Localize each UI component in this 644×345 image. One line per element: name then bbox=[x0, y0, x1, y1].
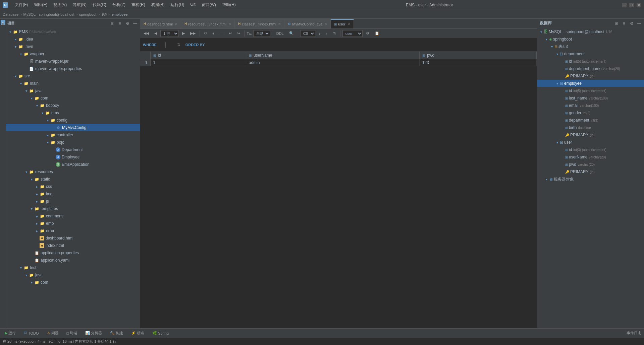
db-tree-emp-dept[interactable]: ⊞ department int(3) bbox=[537, 117, 644, 124]
build-btn[interactable]: 🔨 构建 bbox=[108, 330, 125, 336]
tree-test-java[interactable]: ▾ 📁 java bbox=[6, 271, 140, 279]
db-tree-dept-table[interactable]: ▾ ⊟ department bbox=[537, 50, 644, 58]
tree-ems-pkg[interactable]: ▾ 📁 ems bbox=[6, 109, 140, 117]
breadcrumb-table[interactable]: employee bbox=[112, 12, 128, 16]
profiler-btn[interactable]: 📊 分析器 bbox=[83, 330, 104, 336]
tree-emsapplication[interactable]: S EmsApplication bbox=[6, 161, 140, 168]
copy-btn[interactable]: 📋 bbox=[373, 30, 381, 37]
tree-index-html[interactable]: H index.html bbox=[6, 242, 140, 249]
db-tree-user-id[interactable]: ⊞ id int(3) (auto increment) bbox=[537, 146, 644, 153]
db-tree-user-pwd[interactable]: ⊞ pwd varchar(20) bbox=[537, 161, 644, 168]
tree-ems[interactable]: ▾ 📁 EMS F:\JAVA\JavaWeb... bbox=[6, 28, 140, 36]
transfer-btn[interactable]: ⇅ bbox=[331, 30, 338, 37]
breadcrumb-database[interactable]: Database bbox=[3, 12, 18, 16]
table-select[interactable]: user bbox=[342, 30, 363, 37]
menu-refactor[interactable]: 重构(R) bbox=[130, 1, 147, 8]
db-tree-user-table[interactable]: ▾ ⊟ user bbox=[537, 139, 644, 146]
tree-app-props[interactable]: 📋 application.properties bbox=[6, 249, 140, 257]
tree-maven-props[interactable]: 📄 maven-wrapper.properties bbox=[6, 65, 140, 72]
menu-edit[interactable]: 编辑(E) bbox=[33, 1, 49, 8]
nav-first-btn[interactable]: ◀◀ bbox=[142, 30, 151, 37]
db-tree-emp-pk[interactable]: 🔑 PRIMARY (id) bbox=[537, 131, 644, 139]
tab-user[interactable]: ⊞ user ✕ bbox=[331, 19, 354, 28]
menu-run[interactable]: 运行(U) bbox=[169, 1, 186, 8]
nav-next-btn[interactable]: ▶ bbox=[180, 30, 187, 37]
cell-id[interactable]: 1 bbox=[150, 59, 246, 66]
tree-idea[interactable]: ▸ 📁 .idea bbox=[6, 36, 140, 43]
row-count-select[interactable]: 1 行 bbox=[160, 30, 179, 37]
tree-bobooy[interactable]: ▾ 📁 bobooy bbox=[6, 102, 140, 109]
menu-build[interactable]: 构建(B) bbox=[150, 1, 166, 8]
delete-row-btn[interactable]: — bbox=[218, 30, 225, 37]
tree-employee[interactable]: J Employee bbox=[6, 153, 140, 161]
db-tree-connection[interactable]: ▾ 🗄 MySQL - springboot@localhost 1/16 bbox=[537, 28, 644, 36]
menu-help[interactable]: 帮助(H) bbox=[221, 1, 237, 8]
tree-java[interactable]: ▾ 📁 java bbox=[6, 87, 140, 94]
db-tree-user-username[interactable]: ⊞ userName varchar(20) bbox=[537, 153, 644, 161]
breadcrumb-tables[interactable]: 表s bbox=[101, 12, 107, 17]
tree-img[interactable]: ▸ 📁 img bbox=[6, 190, 140, 198]
tree-app-yaml[interactable]: 📋 application.yaml bbox=[6, 257, 140, 264]
menu-analyze[interactable]: 分析(Z) bbox=[111, 1, 127, 8]
db-add-btn[interactable]: ⊞ bbox=[613, 20, 620, 27]
menu-navigate[interactable]: 导航(N) bbox=[71, 1, 88, 8]
spring-btn[interactable]: 🌿 Spring bbox=[150, 330, 171, 336]
cell-pwd[interactable]: 123 bbox=[419, 59, 536, 66]
breadcrumb-connection[interactable]: MySQL - springboot@localhost bbox=[23, 12, 74, 16]
tree-js[interactable]: ▸ 📁 js bbox=[6, 198, 140, 205]
tx-mode-select[interactable]: 自动 bbox=[253, 30, 270, 37]
add-row-btn[interactable]: + bbox=[210, 30, 216, 37]
tree-department[interactable]: J Department bbox=[6, 146, 140, 153]
run-btn[interactable]: ▶ 运行 bbox=[3, 330, 18, 336]
sidebar-settings-btn[interactable]: ⚙ bbox=[124, 20, 131, 27]
breakpoints-btn[interactable]: ⚡ 断点 bbox=[129, 330, 146, 336]
revert-btn[interactable]: ↩ bbox=[227, 30, 234, 37]
db-tree-emp-id[interactable]: ⊞ id int(5) (auto increment) bbox=[537, 87, 644, 94]
db-tree-emp-gender[interactable]: ⊞ gender int(2) bbox=[537, 109, 644, 117]
tab-mymvcconfig[interactable]: ⚙ MyMvcConfig.java ✕ bbox=[284, 19, 331, 28]
col-header-id[interactable]: ⊞ id ÷ bbox=[150, 52, 246, 59]
breadcrumb-schema[interactable]: springboot bbox=[79, 12, 96, 16]
tree-config[interactable]: ▾ 📁 config bbox=[6, 117, 140, 124]
tree-error[interactable]: ▸ 📁 error bbox=[6, 227, 140, 234]
tab-close-btn[interactable]: ✕ bbox=[175, 22, 177, 26]
export-select[interactable]: CSV bbox=[300, 30, 315, 37]
tree-commons[interactable]: ▸ 📁 commons bbox=[6, 212, 140, 220]
tree-com[interactable]: ▾ 📁 com bbox=[6, 94, 140, 102]
col-header-username[interactable]: ⊞ userName ÷ bbox=[246, 52, 419, 59]
db-tree-dept-name[interactable]: ⊞ department_name varchar(20) bbox=[537, 65, 644, 72]
db-tree-dept-id[interactable]: ⊞ id int(5) (auto increment) bbox=[537, 58, 644, 65]
db-tree-emp-lastname[interactable]: ⊞ last_name varchar(100) bbox=[537, 94, 644, 102]
nav-prev-btn[interactable]: ◀ bbox=[152, 30, 159, 37]
close-button[interactable]: ✕ bbox=[637, 3, 641, 7]
tree-test-com[interactable]: ▾ 📁 com bbox=[6, 279, 140, 286]
maximize-button[interactable]: □ bbox=[629, 3, 634, 7]
tab-dashboard[interactable]: H dashboard.html ✕ bbox=[140, 19, 181, 28]
tree-dashboard-html[interactable]: H dashboard.html bbox=[6, 234, 140, 242]
tree-test[interactable]: ▾ 📁 test bbox=[6, 264, 140, 271]
table-row[interactable]: 1 1 admin 123 bbox=[140, 59, 537, 66]
db-tree-schema[interactable]: ▾ ◈ springboot bbox=[537, 36, 644, 43]
tree-mymvcconfig[interactable]: ⚙ MyMvcConfig bbox=[6, 124, 140, 131]
menu-code[interactable]: 代码(C) bbox=[91, 1, 108, 8]
tab-cls-index[interactable]: H classes\...\index.html ✕ bbox=[235, 19, 284, 28]
todo-btn[interactable]: ☑ TODO bbox=[22, 330, 41, 336]
tree-resources[interactable]: ▾ 📁 resources bbox=[6, 168, 140, 176]
tree-emp[interactable]: ▸ 📁 emp bbox=[6, 220, 140, 227]
submit-btn[interactable]: ↪ bbox=[235, 30, 242, 37]
settings-db-btn[interactable]: ⚙ bbox=[364, 30, 371, 37]
db-tree-emp-email[interactable]: ⊞ email varchar(100) bbox=[537, 102, 644, 109]
minimize-button[interactable]: — bbox=[622, 3, 627, 7]
event-log-label[interactable]: 事件日志 bbox=[627, 331, 641, 336]
sidebar-compact-btn[interactable]: ≡ bbox=[116, 20, 123, 27]
menu-git[interactable]: Git bbox=[189, 1, 197, 8]
export-btn[interactable]: ↑ bbox=[324, 30, 330, 37]
sidebar-sync-btn[interactable]: ⊞ bbox=[109, 20, 115, 27]
sidebar-hide-btn[interactable]: — bbox=[132, 20, 139, 27]
tree-wrapper[interactable]: ▾ 📁 wrapper bbox=[6, 50, 140, 58]
tree-main[interactable]: ▾ 📁 main bbox=[6, 80, 140, 87]
tree-controller[interactable]: ▸ 📁 controller bbox=[6, 131, 140, 139]
tree-templates[interactable]: ▾ 📁 templates bbox=[6, 205, 140, 212]
tab-close-btn[interactable]: ✕ bbox=[278, 22, 281, 26]
tab-close-btn[interactable]: ✕ bbox=[324, 22, 327, 26]
